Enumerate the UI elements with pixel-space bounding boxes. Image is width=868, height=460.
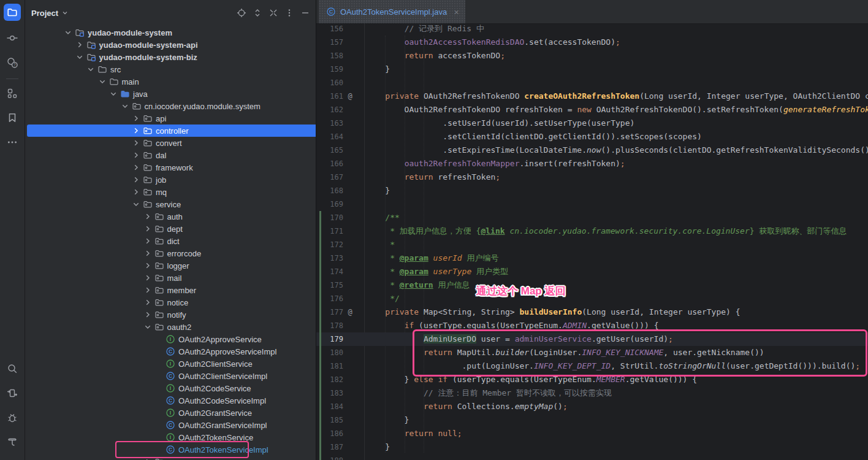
line-number[interactable]: 180 (316, 346, 343, 359)
tree-row-controller[interactable]: controller (25, 125, 316, 137)
code-line-158[interactable]: 158 return accessTokenDO; (316, 49, 868, 63)
chevron-right-icon[interactable] (143, 261, 153, 270)
project-folder-icon[interactable] (4, 4, 21, 21)
tree-row-dal[interactable]: dal (25, 149, 316, 161)
code-line-186[interactable]: 186 return null; (316, 427, 868, 440)
search-icon[interactable] (4, 360, 21, 377)
line-number[interactable]: 174 (316, 265, 343, 278)
line-number[interactable]: 178 (316, 319, 343, 332)
chevron-right-icon[interactable] (143, 248, 153, 258)
chevron-right-icon[interactable] (131, 126, 141, 136)
pull-requests-icon[interactable]: ? (4, 54, 21, 71)
code-line-174[interactable]: 174 * @param userType 用户类型 (316, 265, 868, 278)
chevron-right-icon[interactable] (75, 40, 85, 50)
commit-icon[interactable] (4, 29, 21, 47)
code-line-184[interactable]: 184 return Collections.emptyMap(); (316, 400, 868, 413)
tree-row-oauth2approveserviceimpl[interactable]: COAuth2ApproveServiceImpl (25, 345, 316, 358)
chevron-right-icon[interactable] (131, 113, 141, 123)
tree-row-main[interactable]: main (25, 75, 316, 88)
tree-row-mq[interactable]: mq (25, 186, 316, 198)
line-number[interactable]: 157 (316, 36, 343, 49)
line-number[interactable]: 166 (316, 157, 343, 171)
code-line-171[interactable]: 171 * 加载用户信息，方便 {@link cn.iocoder.yudao.… (316, 224, 868, 238)
code-line-183[interactable]: 183 // 注意：目前 Member 暂时不读取，可以按需实现 (316, 386, 868, 400)
chevron-right-icon[interactable] (131, 187, 141, 197)
code-line-164[interactable]: 164 .setClientId(clientDO.getClientId())… (316, 130, 868, 144)
tree-row-oauth2grantservice[interactable]: IOAuth2GrantService (25, 407, 316, 419)
tree-row-dept[interactable]: dept (25, 223, 316, 235)
chevron-right-icon[interactable] (131, 138, 141, 148)
tree-row-errorcode[interactable]: errorcode (25, 247, 316, 259)
code-line-163[interactable]: 163 .setUserId(userId).setUserType(userT… (316, 117, 868, 130)
editor-tab[interactable]: C OAuth2TokenServiceImpl.java × (319, 0, 465, 23)
code-line-169[interactable]: 169 (316, 197, 868, 211)
chevron-right-icon[interactable] (143, 236, 153, 246)
tree-row-oauth2tokenservice[interactable]: IOAuth2TokenService (25, 431, 316, 443)
tree-row-partial[interactable] (25, 456, 316, 460)
code-line-159[interactable]: 159 } (316, 63, 868, 76)
line-number[interactable]: 163 (316, 117, 343, 130)
code-line-162[interactable]: 162 OAuth2RefreshTokenDO refreshToken = … (316, 103, 868, 117)
chevron-right-icon[interactable] (143, 224, 153, 234)
code-line-185[interactable]: 185 } (316, 413, 868, 427)
line-number[interactable]: 172 (316, 238, 343, 251)
line-number[interactable]: 175 (316, 278, 343, 292)
chevron-right-icon[interactable] (143, 457, 153, 460)
chevron-right-icon[interactable] (143, 212, 153, 221)
code-line-182[interactable]: 182 } else if (userType.equals(UserTypeE… (316, 373, 868, 386)
code-line-157[interactable]: 157 oauth2AccessTokenRedisDAO.set(access… (316, 36, 868, 49)
project-panel-title[interactable]: Project (31, 9, 58, 18)
code-line-156[interactable]: 156 // 记录到 Redis 中 (316, 23, 868, 36)
chevron-right-icon[interactable] (143, 297, 153, 307)
line-number[interactable]: 179 (316, 332, 343, 346)
more-icon[interactable] (4, 134, 21, 151)
collapse-all-icon[interactable] (268, 8, 278, 18)
tree-row-convert[interactable]: convert (25, 137, 316, 149)
tree-row-oauth2codeservice[interactable]: IOAuth2CodeService (25, 382, 316, 394)
line-number[interactable]: 186 (316, 427, 343, 440)
line-number[interactable]: 160 (316, 76, 343, 90)
chevron-down-icon[interactable] (108, 89, 118, 99)
line-number[interactable]: 164 (316, 130, 343, 144)
build-icon[interactable] (4, 434, 21, 451)
annotation-gutter-icon[interactable]: @ (345, 305, 355, 319)
tree-row-src[interactable]: src (25, 63, 316, 75)
chevron-down-icon[interactable] (120, 101, 130, 111)
line-number[interactable]: 177 (316, 305, 343, 319)
chevron-down-icon[interactable] (86, 64, 96, 74)
code-line-173[interactable]: 173 * @param userId 用户编号 (316, 251, 868, 265)
code-line-172[interactable]: 172 * (316, 238, 868, 251)
chevron-right-icon[interactable] (131, 163, 141, 172)
code-line-181[interactable]: 181 .put(LoginUser.INFO_KEY_DEPT_ID, Str… (316, 359, 868, 373)
tree-row-oauth2approveservice[interactable]: IOAuth2ApproveService (25, 333, 316, 345)
code-editor[interactable]: 156 // 记录到 Redis 中157 oauth2AccessTokenR… (316, 23, 868, 460)
tree-row-framework[interactable]: framework (25, 161, 316, 174)
close-icon[interactable]: × (454, 7, 459, 17)
tree-row-service[interactable]: service (25, 198, 316, 210)
options-icon[interactable] (284, 8, 294, 18)
tree-row-oauth2clientservice[interactable]: IOAuth2ClientService (25, 358, 316, 370)
line-number[interactable]: 185 (316, 413, 343, 427)
tree-row-oauth2clientserviceimpl[interactable]: COAuth2ClientServiceImpl (25, 370, 316, 382)
chevron-right-icon[interactable] (131, 175, 141, 185)
tree-row-api[interactable]: api (25, 112, 316, 125)
chevron-down-icon[interactable] (143, 322, 153, 332)
tree-row-member[interactable]: member (25, 284, 316, 296)
line-number[interactable]: 176 (316, 292, 343, 305)
tree-row-oauth2grantserviceimpl[interactable]: COAuth2GrantServiceImpl (25, 419, 316, 431)
code-line-160[interactable]: 160 (316, 76, 868, 90)
chevron-right-icon[interactable] (143, 285, 153, 295)
tree-row-oauth2tokenserviceimpl[interactable]: COAuth2TokenServiceImpl (25, 443, 316, 456)
line-number[interactable]: 184 (316, 400, 343, 413)
code-line-166[interactable]: 166 oauth2RefreshTokenMapper.insert(refr… (316, 157, 868, 171)
tree-row-notify[interactable]: notify (25, 309, 316, 321)
code-line-176[interactable]: 176 */ (316, 292, 868, 305)
code-line-180[interactable]: 180 return MapUtil.builder(LoginUser.INF… (316, 346, 868, 359)
annotation-gutter-icon[interactable]: @ (345, 90, 355, 103)
line-number[interactable]: 161 (316, 90, 343, 103)
code-line-187[interactable]: 187 } (316, 440, 868, 454)
line-number[interactable]: 173 (316, 251, 343, 265)
locate-icon[interactable] (237, 8, 246, 18)
code-line-178[interactable]: 178 if (userType.equals(UserTypeEnum.ADM… (316, 319, 868, 332)
code-line-161[interactable]: 161@ private OAuth2RefreshTokenDO create… (316, 90, 868, 103)
